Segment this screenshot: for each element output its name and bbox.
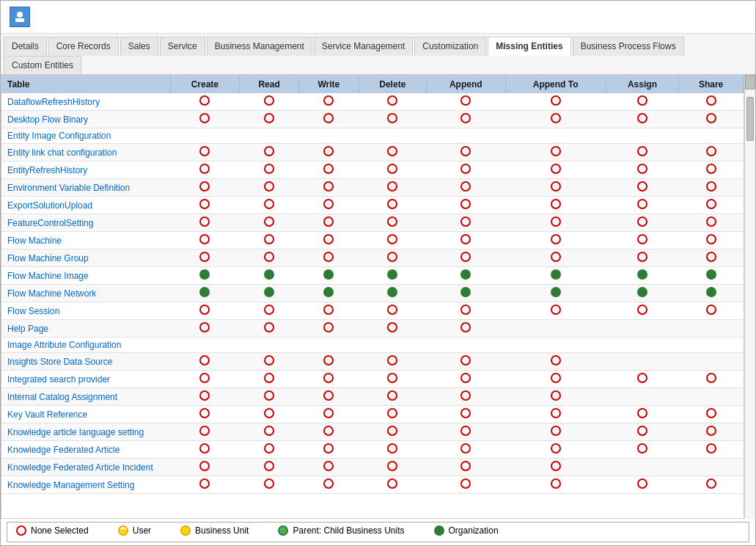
permission-cell-create[interactable] (170, 232, 240, 250)
permission-none[interactable] (199, 199, 210, 209)
table-container[interactable]: TableCreateReadWriteDeleteAppendAppend T… (1, 75, 744, 519)
permission-cell-read[interactable] (240, 388, 299, 406)
permission-none[interactable] (637, 199, 647, 209)
permission-none[interactable] (706, 234, 716, 244)
permission-cell-append[interactable] (427, 197, 505, 214)
permission-none[interactable] (387, 181, 397, 192)
permission-cell-appendTo[interactable] (505, 267, 606, 285)
permission-none[interactable] (323, 146, 334, 156)
permission-cell-create[interactable] (170, 197, 240, 214)
permission-cell-write[interactable] (299, 111, 359, 128)
permission-cell-append[interactable] (427, 232, 505, 250)
permission-cell-delete[interactable] (359, 406, 426, 423)
permission-cell-append[interactable] (427, 388, 505, 406)
permission-cell-create[interactable] (170, 459, 240, 476)
permission-none[interactable] (264, 443, 274, 454)
permission-none[interactable] (264, 355, 274, 365)
permission-none[interactable] (551, 355, 561, 365)
entity-name[interactable]: Desktop Flow Binary (1, 111, 170, 128)
permission-cell-read[interactable] (240, 250, 299, 267)
permission-none[interactable] (264, 216, 274, 227)
permission-cell-share[interactable] (679, 423, 744, 441)
permission-none[interactable] (551, 390, 561, 401)
permission-cell-appendTo[interactable] (505, 338, 606, 353)
permission-none[interactable] (199, 408, 210, 418)
permission-cell-create[interactable] (170, 302, 240, 320)
permission-cell-delete[interactable] (359, 250, 426, 267)
permission-cell-read[interactable] (240, 423, 299, 441)
permission-org[interactable] (551, 287, 561, 297)
permission-none[interactable] (706, 216, 716, 227)
permission-cell-share[interactable] (679, 93, 744, 111)
permission-none[interactable] (264, 373, 274, 383)
permission-cell-write[interactable] (299, 267, 359, 285)
permission-cell-read[interactable] (240, 338, 299, 353)
permission-cell-write[interactable] (299, 161, 359, 179)
permission-cell-delete[interactable] (359, 441, 426, 459)
permission-cell-appendTo[interactable] (505, 214, 606, 232)
permission-cell-delete[interactable] (359, 197, 426, 214)
permission-cell-delete[interactable] (359, 111, 426, 128)
permission-org[interactable] (706, 269, 716, 280)
permission-none[interactable] (637, 164, 647, 174)
permission-cell-append[interactable] (427, 93, 505, 111)
permission-cell-append[interactable] (427, 441, 505, 459)
permission-cell-write[interactable] (299, 441, 359, 459)
permission-cell-append[interactable] (427, 285, 505, 302)
permission-cell-share[interactable] (679, 111, 744, 128)
tab-sales[interactable]: Sales (120, 37, 158, 56)
permission-cell-share[interactable] (679, 476, 744, 494)
permission-org[interactable] (323, 287, 334, 297)
permission-none[interactable] (637, 95, 647, 106)
permission-cell-delete[interactable] (359, 179, 426, 197)
permission-cell-append[interactable] (427, 353, 505, 371)
tab-customization[interactable]: Customization (414, 37, 486, 56)
permission-cell-assign[interactable] (606, 250, 678, 267)
permission-cell-append[interactable] (427, 214, 505, 232)
entity-name[interactable]: Flow Machine Image (1, 267, 170, 285)
permission-cell-appendTo[interactable] (505, 371, 606, 388)
entity-name[interactable]: ExportSolutionUpload (1, 197, 170, 214)
permission-cell-appendTo[interactable] (505, 459, 606, 476)
permission-none[interactable] (323, 461, 334, 471)
permission-none[interactable] (323, 478, 334, 489)
permission-org[interactable] (460, 287, 471, 297)
permission-none[interactable] (387, 199, 397, 209)
permission-none[interactable] (264, 252, 274, 262)
permission-cell-write[interactable] (299, 406, 359, 423)
permission-org[interactable] (551, 269, 561, 280)
entity-name[interactable]: DataflowRefreshHistory (1, 93, 170, 111)
permission-none[interactable] (323, 443, 334, 454)
permission-org[interactable] (199, 269, 210, 280)
permission-none[interactable] (323, 199, 334, 209)
permission-none[interactable] (199, 355, 210, 365)
permission-cell-append[interactable] (427, 406, 505, 423)
permission-cell-append[interactable] (427, 302, 505, 320)
permission-cell-delete[interactable] (359, 267, 426, 285)
entity-name[interactable]: Entity Image Configuration (1, 128, 170, 144)
permission-cell-share[interactable] (679, 161, 744, 179)
permission-cell-create[interactable] (170, 353, 240, 371)
permission-cell-share[interactable] (679, 267, 744, 285)
permission-none[interactable] (551, 443, 561, 454)
permission-cell-read[interactable] (240, 441, 299, 459)
permission-cell-delete[interactable] (359, 353, 426, 371)
permission-cell-assign[interactable] (606, 111, 678, 128)
permission-none[interactable] (387, 252, 397, 262)
permission-cell-assign[interactable] (606, 423, 678, 441)
permission-cell-appendTo[interactable] (505, 320, 606, 338)
permission-cell-append[interactable] (427, 179, 505, 197)
permission-cell-assign[interactable] (606, 476, 678, 494)
tab-missing-entities[interactable]: Missing Entities (488, 37, 570, 56)
permission-cell-assign[interactable] (606, 459, 678, 476)
permission-none[interactable] (706, 426, 716, 436)
permission-none[interactable] (460, 373, 471, 383)
tab-details[interactable]: Details (4, 37, 47, 56)
permission-cell-appendTo[interactable] (505, 406, 606, 423)
permission-cell-share[interactable] (679, 406, 744, 423)
permission-none[interactable] (387, 216, 397, 227)
permission-none[interactable] (264, 322, 274, 332)
permission-cell-delete[interactable] (359, 128, 426, 144)
permission-none[interactable] (264, 461, 274, 471)
permission-none[interactable] (706, 164, 716, 174)
